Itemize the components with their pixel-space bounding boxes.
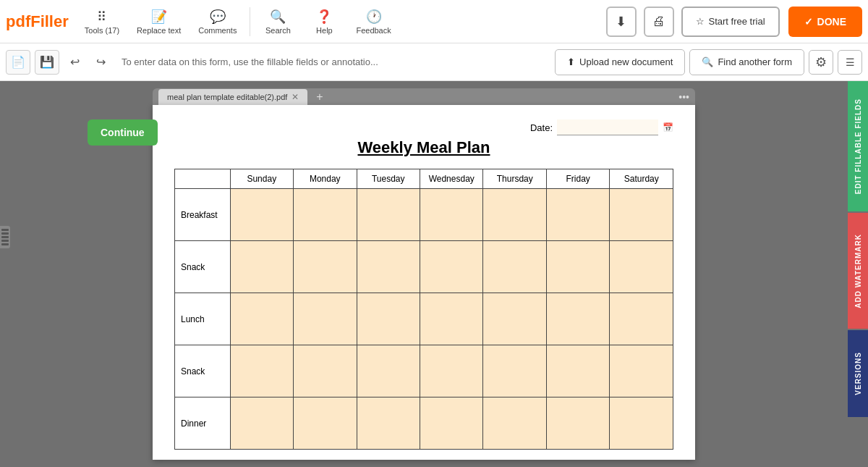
snack2-wednesday[interactable] — [420, 345, 483, 397]
help-label: Help — [316, 26, 333, 35]
add-watermark-tab[interactable]: ADD WATERMARK — [848, 213, 868, 329]
settings-icon: ⚙ — [815, 54, 827, 70]
comments-label: Comments — [198, 26, 237, 35]
tab-more-button[interactable]: ••• — [678, 91, 689, 103]
dinner-sunday[interactable] — [230, 397, 293, 450]
meal-plan-table: Sunday Monday Tuesday Wednesday Thursday… — [174, 169, 673, 450]
dinner-friday[interactable] — [546, 397, 609, 450]
tab-close-icon[interactable]: ✕ — [292, 92, 299, 102]
redo-button[interactable]: ↪ — [90, 51, 111, 73]
col-header-tuesday: Tuesday — [357, 169, 420, 189]
thumb-line — [1, 229, 9, 231]
right-panel: EDIT FILLABLE FIELDS ADD WATERMARK VERSI… — [848, 81, 868, 467]
main-area: meal plan template editable(2).pdf ✕ + •… — [0, 81, 868, 467]
comments-button[interactable]: 💬 Comments — [191, 3, 244, 41]
snack1-friday[interactable] — [546, 241, 609, 293]
tools-button[interactable]: ⠿ Tools (17) — [77, 3, 127, 41]
new-doc-button[interactable]: 📄 — [6, 50, 30, 75]
thumbnail-panel — [0, 226, 10, 248]
snack1-wednesday[interactable] — [420, 241, 483, 293]
dinner-saturday[interactable] — [610, 397, 673, 450]
date-input[interactable] — [557, 119, 658, 135]
snack1-monday[interactable] — [294, 241, 357, 293]
feedback-button[interactable]: 🕐 Feedback — [349, 3, 398, 41]
dinner-monday[interactable] — [294, 397, 357, 450]
trial-icon: ☆ — [696, 16, 705, 27]
breakfast-thursday[interactable] — [483, 189, 546, 241]
snack2-monday[interactable] — [294, 345, 357, 397]
snack2-thursday[interactable] — [483, 345, 546, 397]
col-header-thursday: Thursday — [483, 169, 546, 189]
undo-button[interactable]: ↩ — [64, 51, 85, 73]
snack2-sunday[interactable] — [230, 345, 293, 397]
thumb-line — [1, 240, 9, 242]
table-row: Snack — [175, 241, 673, 293]
tab-item[interactable]: meal plan template editable(2).pdf ✕ — [158, 89, 307, 105]
feedback-icon: 🕐 — [366, 9, 382, 25]
col-header-empty — [175, 169, 231, 189]
snack2-tuesday[interactable] — [357, 345, 420, 397]
tab-bar: meal plan template editable(2).pdf ✕ + •… — [153, 88, 695, 105]
undo-icon: ↩ — [70, 55, 80, 69]
breakfast-wednesday[interactable] — [420, 189, 483, 241]
logo: pdfFiller — [6, 12, 69, 31]
help-button[interactable]: ❓ Help — [302, 3, 346, 41]
lunch-sunday[interactable] — [230, 293, 293, 345]
lunch-monday[interactable] — [294, 293, 357, 345]
snack1-sunday[interactable] — [230, 241, 293, 293]
dinner-tuesday[interactable] — [357, 397, 420, 450]
replace-text-label: Replace text — [137, 26, 181, 35]
settings-button[interactable]: ⚙ — [809, 50, 833, 75]
logo-filler: Filler — [30, 12, 69, 30]
breakfast-friday[interactable] — [546, 189, 609, 241]
upload-button[interactable]: ⬆ Upload new document — [555, 49, 685, 75]
divider1 — [250, 7, 250, 36]
trial-label: Start free trial — [709, 16, 765, 27]
table-row: Snack — [175, 345, 673, 397]
tab-add-button[interactable]: + — [316, 91, 323, 104]
lunch-tuesday[interactable] — [357, 293, 420, 345]
breakfast-saturday[interactable] — [610, 189, 673, 241]
download-button[interactable]: ⬇ — [606, 7, 637, 37]
print-button[interactable]: 🖨 — [644, 7, 674, 37]
thumb-line — [1, 243, 9, 245]
snack1-tuesday[interactable] — [357, 241, 420, 293]
save-doc-button[interactable]: 💾 — [35, 50, 59, 75]
top-toolbar: pdfFiller ⠿ Tools (17) 📝 Replace text 💬 … — [0, 0, 868, 43]
lunch-thursday[interactable] — [483, 293, 546, 345]
date-row: Date: 📅 — [174, 119, 673, 135]
lunch-friday[interactable] — [546, 293, 609, 345]
breakfast-monday[interactable] — [294, 189, 357, 241]
find-form-button[interactable]: 🔍 Find another form — [689, 49, 804, 75]
lunch-wednesday[interactable] — [420, 293, 483, 345]
upload-label: Upload new document — [579, 56, 673, 67]
menu-button[interactable]: ☰ — [838, 50, 862, 75]
versions-tab[interactable]: VERSIONS — [848, 330, 868, 417]
done-icon: ✓ — [804, 16, 813, 28]
dinner-thursday[interactable] — [483, 397, 546, 450]
lunch-label: Lunch — [175, 293, 231, 345]
calendar-icon: 📅 — [663, 122, 673, 132]
dinner-wednesday[interactable] — [420, 397, 483, 450]
edit-fillable-fields-tab[interactable]: EDIT FILLABLE FIELDS — [848, 81, 868, 211]
help-icon: ❓ — [316, 9, 332, 25]
col-header-wednesday: Wednesday — [420, 169, 483, 189]
tools-icon: ⠿ — [97, 9, 106, 25]
breakfast-sunday[interactable] — [230, 189, 293, 241]
new-doc-icon: 📄 — [11, 55, 25, 69]
document-title: Weekly Meal Plan — [174, 138, 673, 157]
done-button[interactable]: ✓ DONE — [788, 7, 862, 37]
breakfast-tuesday[interactable] — [357, 189, 420, 241]
date-label: Date: — [530, 122, 553, 133]
tools-label: Tools (17) — [85, 26, 119, 35]
continue-button[interactable]: Continue — [88, 119, 158, 146]
snack2-friday[interactable] — [546, 345, 609, 397]
snack2-saturday[interactable] — [610, 345, 673, 397]
trial-button[interactable]: ☆ Start free trial — [681, 7, 780, 37]
replace-text-button[interactable]: 📝 Replace text — [129, 3, 188, 41]
lunch-saturday[interactable] — [610, 293, 673, 345]
snack1-thursday[interactable] — [483, 241, 546, 293]
snack1-saturday[interactable] — [610, 241, 673, 293]
table-row: Breakfast — [175, 189, 673, 241]
search-button[interactable]: 🔍 Search — [256, 3, 299, 41]
